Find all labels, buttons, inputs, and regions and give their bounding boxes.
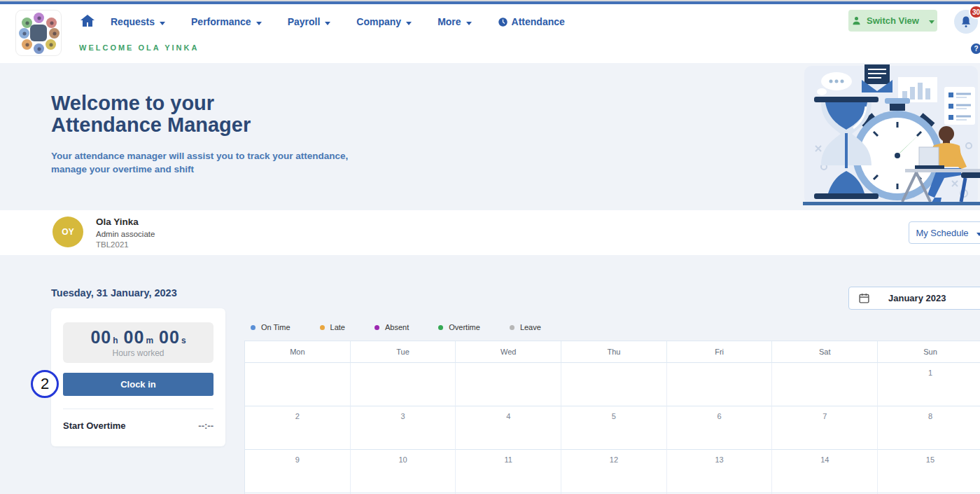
calendar-grid: 123456789101112131415 (245, 363, 980, 494)
calendar-cell (561, 363, 667, 406)
chevron-down-icon (924, 15, 934, 26)
calendar-date: 1 (878, 369, 980, 377)
calendar-date: 2 (245, 412, 350, 420)
calendar-day-header: Sun (878, 341, 980, 363)
legend-label: On Time (261, 323, 290, 331)
calendar-date: 11 (456, 455, 561, 464)
calendar-day-header: Mon (245, 341, 351, 363)
nav-item-attendance[interactable]: Attendance (498, 16, 565, 27)
nav-item-requests[interactable]: Requests (111, 16, 165, 27)
main-nav: RequestsPerformancePayrollCompanyMoreAtt… (111, 11, 565, 32)
clock-in-card: 00 h 00 m 00 s Hours worked Clock in Sta… (51, 308, 225, 446)
help-button[interactable]: ? (971, 43, 980, 54)
calendar-cell (456, 363, 561, 406)
logo-dot (46, 39, 56, 50)
calendar-cell[interactable]: 4 (456, 406, 561, 450)
calendar-date: 3 (351, 412, 456, 420)
legend-item-on-time: On Time (251, 323, 290, 331)
my-schedule-label: My Schedule (916, 228, 968, 238)
calendar-date: 12 (561, 455, 666, 464)
avatar: OY (52, 217, 83, 247)
legend-item-late: Late (320, 323, 345, 331)
my-schedule-button[interactable]: My Schedule (909, 221, 980, 244)
calendar-cell[interactable]: 1 (878, 363, 980, 406)
timer-minutes: 00 (124, 327, 145, 348)
calendar-day-header: Sat (772, 341, 878, 363)
start-overtime-label: Start Overtime (63, 420, 126, 431)
notification-badge: 30 (969, 5, 980, 19)
logo-dot (34, 43, 44, 54)
calendar-date: 13 (667, 455, 772, 464)
timer-hours-unit: h (113, 336, 118, 345)
calendar-cell (772, 363, 878, 406)
calendar-cell[interactable]: 11 (456, 450, 561, 493)
home-icon[interactable] (79, 13, 96, 29)
switch-view-label: Switch View (867, 15, 919, 26)
timer-caption: Hours worked (112, 348, 164, 358)
calendar-icon (858, 292, 870, 304)
legend-dot-icon (251, 325, 255, 330)
switch-view-button[interactable]: Switch View (848, 10, 937, 32)
calendar-cell[interactable]: 15 (878, 450, 980, 493)
legend-item-leave: Leave (510, 323, 541, 331)
divider (63, 409, 214, 409)
nav-item-label: Attendance (512, 16, 565, 27)
calendar-date: 7 (772, 412, 877, 420)
welcome-text: WELCOME OLA YINKA (79, 43, 199, 52)
calendar-header-row: MonTueWedThuFriSatSun (245, 341, 980, 363)
calendar-date: 8 (878, 412, 980, 420)
nav-item-performance[interactable]: Performance (191, 16, 262, 27)
nav-item-label: Requests (111, 16, 165, 27)
calendar-cell[interactable]: 8 (878, 406, 980, 450)
calendar-cell[interactable]: 2 (245, 406, 351, 450)
calendar-cell[interactable]: 12 (561, 450, 667, 493)
calendar-cell[interactable]: 7 (772, 406, 878, 450)
month-picker-label: January 2023 (888, 293, 946, 303)
calendar-date: 10 (351, 455, 456, 464)
timer-seconds-unit: s (181, 336, 186, 345)
legend-item-absent: Absent (374, 323, 409, 331)
calendar-date: 4 (456, 412, 561, 420)
user-employee-id: TBL2021 (96, 240, 129, 249)
logo-dot (19, 28, 29, 39)
app-logo[interactable] (15, 10, 62, 56)
calendar-date: 9 (245, 455, 350, 464)
bell-icon (960, 15, 972, 28)
calendar-date: 15 (878, 455, 980, 464)
calendar-date: 6 (667, 412, 772, 420)
page-title: Welcome to your Attendance Manager (51, 92, 324, 136)
calendar-cell[interactable]: 9 (245, 450, 351, 493)
calendar-cell[interactable]: 3 (351, 406, 456, 450)
calendar-cell[interactable]: 10 (351, 450, 456, 493)
month-picker-button[interactable]: January 2023 (848, 287, 980, 310)
legend-dot-icon (320, 325, 325, 330)
nav-item-company[interactable]: Company (356, 16, 412, 27)
nav-item-label: More (438, 16, 471, 27)
calendar-date: 5 (561, 412, 666, 420)
nav-item-label: Performance (191, 16, 262, 27)
nav-item-more[interactable]: More (438, 16, 471, 27)
calendar-day-header: Tue (351, 341, 456, 363)
calendar-cell (351, 363, 456, 406)
legend-label: Absent (385, 323, 409, 331)
nav-item-label: Payroll (288, 16, 331, 27)
logo-dot (49, 28, 59, 39)
legend-label: Leave (520, 323, 541, 331)
logo-dot (34, 13, 44, 23)
calendar-cell[interactable]: 6 (667, 406, 773, 450)
logo-dot (46, 18, 57, 28)
calendar-cell[interactable]: 5 (561, 406, 667, 450)
attendance-calendar: MonTueWedThuFriSatSun 123456789101112131… (244, 341, 980, 494)
legend-item-overtime: Overtime (438, 323, 480, 331)
header: RequestsPerformancePayrollCompanyMoreAtt… (0, 4, 980, 63)
hero-illustration (803, 63, 980, 210)
calendar-date: 14 (772, 455, 877, 464)
calendar-cell[interactable]: 14 (772, 450, 878, 493)
clock-in-button[interactable]: Clock in (63, 373, 214, 396)
user-name: Ola Yinka (96, 217, 139, 227)
nav-item-payroll[interactable]: Payroll (288, 16, 331, 27)
nav-item-label: Company (356, 16, 412, 27)
calendar-cell[interactable]: 13 (667, 450, 773, 493)
calendar-cell (245, 363, 351, 406)
legend-label: Late (330, 323, 345, 331)
